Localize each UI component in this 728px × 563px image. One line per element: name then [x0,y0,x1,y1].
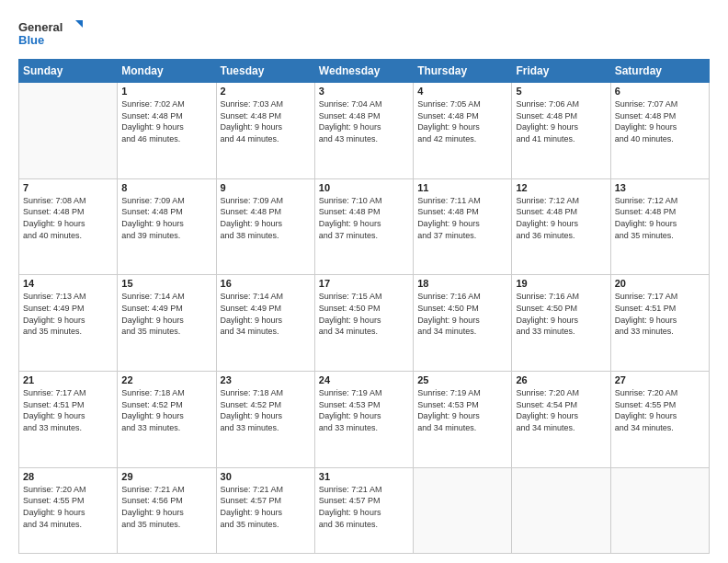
day-info: Sunrise: 7:13 AMSunset: 4:49 PMDaylight:… [23,291,113,337]
day-info: Sunrise: 7:19 AMSunset: 4:53 PMDaylight:… [319,387,409,433]
calendar-cell: 3Sunrise: 7:04 AMSunset: 4:48 PMDaylight… [314,83,413,179]
day-number: 21 [23,374,113,385]
day-info: Sunrise: 7:20 AMSunset: 4:55 PMDaylight:… [23,484,113,530]
day-info: Sunrise: 7:03 AMSunset: 4:48 PMDaylight:… [221,98,311,144]
calendar-cell: 12Sunrise: 7:12 AMSunset: 4:48 PMDayligh… [512,178,610,275]
day-info: Sunrise: 7:18 AMSunset: 4:52 PMDaylight:… [121,387,211,433]
week-row-2: 14Sunrise: 7:13 AMSunset: 4:49 PMDayligh… [19,275,710,372]
calendar-cell: 4Sunrise: 7:05 AMSunset: 4:48 PMDaylight… [414,83,512,179]
day-number: 9 [221,182,311,193]
day-number: 7 [23,182,113,193]
calendar-cell [19,83,118,179]
day-info: Sunrise: 7:12 AMSunset: 4:48 PMDaylight:… [615,195,705,241]
week-row-3: 21Sunrise: 7:17 AMSunset: 4:51 PMDayligh… [19,372,710,468]
calendar-cell: 31Sunrise: 7:21 AMSunset: 4:57 PMDayligh… [314,467,413,553]
calendar-cell [512,467,610,553]
day-number: 24 [319,374,409,385]
weekday-friday: Friday [512,60,610,83]
day-number: 12 [516,182,606,193]
calendar-cell: 10Sunrise: 7:10 AMSunset: 4:48 PMDayligh… [314,178,413,275]
calendar-cell: 11Sunrise: 7:11 AMSunset: 4:48 PMDayligh… [414,178,512,275]
day-info: Sunrise: 7:20 AMSunset: 4:55 PMDaylight:… [615,387,705,433]
day-info: Sunrise: 7:04 AMSunset: 4:48 PMDaylight:… [319,98,409,144]
day-info: Sunrise: 7:06 AMSunset: 4:48 PMDaylight:… [516,98,606,144]
day-info: Sunrise: 7:09 AMSunset: 4:48 PMDaylight:… [121,195,211,241]
weekday-saturday: Saturday [610,60,709,83]
day-number: 31 [319,471,409,482]
day-info: Sunrise: 7:20 AMSunset: 4:54 PMDaylight:… [516,387,606,433]
calendar-cell: 23Sunrise: 7:18 AMSunset: 4:52 PMDayligh… [216,372,314,468]
week-row-0: 1Sunrise: 7:02 AMSunset: 4:48 PMDaylight… [19,83,710,179]
calendar-cell: 7Sunrise: 7:08 AMSunset: 4:48 PMDaylight… [19,178,118,275]
day-number: 23 [221,374,311,385]
day-number: 27 [615,374,705,385]
day-info: Sunrise: 7:11 AMSunset: 4:48 PMDaylight:… [417,195,507,241]
calendar-body: 1Sunrise: 7:02 AMSunset: 4:48 PMDaylight… [19,83,710,554]
svg-text:Blue: Blue [18,33,44,47]
day-number: 2 [221,86,311,97]
calendar-cell: 17Sunrise: 7:15 AMSunset: 4:50 PMDayligh… [314,275,413,372]
day-number: 16 [221,278,311,289]
day-info: Sunrise: 7:14 AMSunset: 4:49 PMDaylight:… [221,291,311,337]
calendar-cell: 22Sunrise: 7:18 AMSunset: 4:52 PMDayligh… [118,372,216,468]
weekday-thursday: Thursday [414,60,512,83]
day-number: 4 [417,86,507,97]
calendar-cell: 20Sunrise: 7:17 AMSunset: 4:51 PMDayligh… [610,275,709,372]
calendar-cell: 27Sunrise: 7:20 AMSunset: 4:55 PMDayligh… [610,372,709,468]
day-info: Sunrise: 7:05 AMSunset: 4:48 PMDaylight:… [417,98,507,144]
day-info: Sunrise: 7:15 AMSunset: 4:50 PMDaylight:… [319,291,409,337]
day-info: Sunrise: 7:17 AMSunset: 4:51 PMDaylight:… [23,387,113,433]
weekday-header-row: SundayMondayTuesdayWednesdayThursdayFrid… [19,60,710,83]
calendar-cell: 24Sunrise: 7:19 AMSunset: 4:53 PMDayligh… [314,372,413,468]
weekday-monday: Monday [118,60,216,83]
calendar-cell: 13Sunrise: 7:12 AMSunset: 4:48 PMDayligh… [610,178,709,275]
day-number: 19 [516,278,606,289]
day-number: 18 [417,278,507,289]
day-number: 13 [615,182,705,193]
day-info: Sunrise: 7:16 AMSunset: 4:50 PMDaylight:… [516,291,606,337]
calendar-cell: 18Sunrise: 7:16 AMSunset: 4:50 PMDayligh… [414,275,512,372]
day-number: 5 [516,86,606,97]
day-number: 10 [319,182,409,193]
day-info: Sunrise: 7:21 AMSunset: 4:57 PMDaylight:… [221,484,311,530]
week-row-1: 7Sunrise: 7:08 AMSunset: 4:48 PMDaylight… [19,178,710,275]
week-row-4: 28Sunrise: 7:20 AMSunset: 4:55 PMDayligh… [19,467,710,553]
day-info: Sunrise: 7:21 AMSunset: 4:57 PMDaylight:… [319,484,409,530]
day-number: 14 [23,278,113,289]
day-number: 15 [121,278,211,289]
calendar-cell [414,467,512,553]
day-number: 11 [417,182,507,193]
day-info: Sunrise: 7:10 AMSunset: 4:48 PMDaylight:… [319,195,409,241]
calendar-cell: 9Sunrise: 7:09 AMSunset: 4:48 PMDaylight… [216,178,314,275]
day-info: Sunrise: 7:08 AMSunset: 4:48 PMDaylight:… [23,195,113,241]
day-number: 17 [319,278,409,289]
page: General Blue SundayMondayTuesdayWednesda… [0,0,728,563]
day-info: Sunrise: 7:02 AMSunset: 4:48 PMDaylight:… [121,98,211,144]
day-number: 30 [221,471,311,482]
day-info: Sunrise: 7:14 AMSunset: 4:49 PMDaylight:… [121,291,211,337]
calendar-cell: 2Sunrise: 7:03 AMSunset: 4:48 PMDaylight… [216,83,314,179]
day-number: 6 [615,86,705,97]
calendar-cell: 30Sunrise: 7:21 AMSunset: 4:57 PMDayligh… [216,467,314,553]
calendar-cell: 8Sunrise: 7:09 AMSunset: 4:48 PMDaylight… [118,178,216,275]
calendar-cell: 15Sunrise: 7:14 AMSunset: 4:49 PMDayligh… [118,275,216,372]
weekday-wednesday: Wednesday [314,60,413,83]
weekday-tuesday: Tuesday [216,60,314,83]
logo: General Blue [18,17,83,52]
calendar-cell: 6Sunrise: 7:07 AMSunset: 4:48 PMDaylight… [610,83,709,179]
day-info: Sunrise: 7:12 AMSunset: 4:48 PMDaylight:… [516,195,606,241]
day-info: Sunrise: 7:21 AMSunset: 4:56 PMDaylight:… [121,484,211,530]
day-number: 20 [615,278,705,289]
calendar-table: SundayMondayTuesdayWednesdayThursdayFrid… [18,59,710,554]
svg-text:General: General [18,20,63,34]
calendar-cell: 1Sunrise: 7:02 AMSunset: 4:48 PMDaylight… [118,83,216,179]
calendar-cell: 29Sunrise: 7:21 AMSunset: 4:56 PMDayligh… [118,467,216,553]
calendar-cell: 28Sunrise: 7:20 AMSunset: 4:55 PMDayligh… [19,467,118,553]
calendar-cell: 25Sunrise: 7:19 AMSunset: 4:53 PMDayligh… [414,372,512,468]
day-info: Sunrise: 7:07 AMSunset: 4:48 PMDaylight:… [615,98,705,144]
day-number: 3 [319,86,409,97]
day-number: 28 [23,471,113,482]
calendar-cell: 16Sunrise: 7:14 AMSunset: 4:49 PMDayligh… [216,275,314,372]
day-info: Sunrise: 7:18 AMSunset: 4:52 PMDaylight:… [221,387,311,433]
day-number: 26 [516,374,606,385]
